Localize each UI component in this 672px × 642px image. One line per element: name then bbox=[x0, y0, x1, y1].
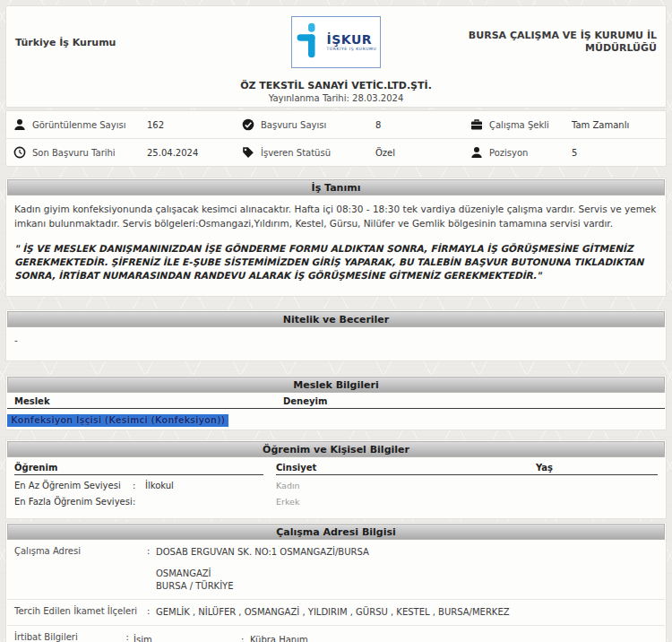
column-header-gender: Cinsiyet bbox=[276, 463, 536, 474]
work-address-row: Çalışma Adresi : DOSAB ERGUVAN SK. NO:1 … bbox=[7, 540, 665, 600]
section-title-address: Çalışma Adresi Bilgisi bbox=[7, 524, 665, 540]
stat-value: 25.04.2024 bbox=[147, 148, 198, 158]
residence-districts-row: Tercih Edilen İkamet İlçeleri : GEMLİK ,… bbox=[7, 600, 665, 626]
section-title-education: Öğrenim ve Kişisel Bilgiler bbox=[7, 441, 665, 457]
colon: : bbox=[133, 494, 145, 510]
stat-position-count: Pozisyon 5 bbox=[463, 139, 666, 166]
user-icon bbox=[470, 146, 483, 159]
stat-view-count: Görüntülenme Sayısı 162 bbox=[6, 111, 235, 138]
job-description-notice: " İŞ VE MESLEK DANIŞMANINIZDAN İŞE GÖNDE… bbox=[7, 235, 665, 296]
colon: : bbox=[126, 632, 134, 642]
column-header-age: Yaş bbox=[536, 463, 553, 474]
column-header-education: Öğrenim bbox=[14, 463, 263, 475]
gender-option-male: Erkek bbox=[276, 494, 658, 510]
section-job-description: İş Tanımı Kadın giyim konfeksiyonunda ça… bbox=[5, 178, 667, 297]
column-header-occupation: Meslek bbox=[14, 396, 283, 406]
page-header: Türkiye İş Kurumu İŞKUR TÜRKİYE İŞ KURUM… bbox=[5, 5, 667, 108]
stat-value: Özel bbox=[375, 148, 395, 158]
residence-districts-label: Tercih Edilen İkamet İlçeleri bbox=[14, 606, 147, 619]
skills-text: - bbox=[7, 327, 665, 360]
education-min-value: İlkokul bbox=[145, 478, 174, 494]
section-occupation: Meslek Bilgileri Meslek Deneyim Konfeksi… bbox=[5, 375, 667, 430]
work-address-line2: OSMANGAZİ bbox=[156, 568, 658, 580]
stats-row: Son Başvuru Tarihi 25.04.2024 İşveren St… bbox=[6, 139, 666, 166]
stat-value: 8 bbox=[375, 120, 381, 130]
section-address: Çalışma Adresi Bilgisi Çalışma Adresi : … bbox=[5, 522, 667, 642]
contact-name-label: İsim bbox=[134, 632, 241, 642]
section-skills: Nitelik ve Beceriler - bbox=[5, 309, 667, 361]
briefcase-icon bbox=[470, 118, 483, 131]
clock-icon bbox=[13, 146, 26, 159]
iskur-logo-subtitle: TÜRKİYE İŞ KURUMU bbox=[326, 48, 376, 52]
iskur-logo: İŞKUR TÜRKİYE İŞ KURUMU bbox=[291, 16, 381, 68]
education-max-label: En Fazla Öğrenim Seviyesi bbox=[14, 494, 133, 510]
check-circle-icon bbox=[242, 118, 254, 131]
stat-value: Tam Zamanlı bbox=[572, 120, 629, 130]
stat-label: Çalışma Şekli bbox=[489, 120, 572, 130]
stat-label: Pozisyon bbox=[489, 148, 572, 158]
column-header-experience: Deneyim bbox=[283, 396, 327, 406]
education-min-row: En Az Öğrenim Seviyesi : İlkokul bbox=[14, 478, 276, 494]
stat-deadline: Son Başvuru Tarihi 25.04.2024 bbox=[6, 139, 235, 166]
colon: : bbox=[147, 606, 156, 619]
stat-work-type: Çalışma Şekli Tam Zamanlı bbox=[463, 111, 666, 138]
stat-value: 162 bbox=[147, 120, 164, 130]
stat-employer-status: İşveren Statüsü Özel bbox=[235, 139, 463, 166]
job-description-text: Kadın giyim konfeksiyonunda çalışacak ke… bbox=[7, 195, 665, 235]
stat-label: Görüntülenme Sayısı bbox=[32, 120, 147, 130]
occupation-link[interactable]: Konfeksiyon İşçisi (Kesimci (Konfeksiyon… bbox=[7, 414, 228, 427]
education-min-label: En Az Öğrenim Seviyesi bbox=[14, 478, 133, 494]
section-title-job-description: İş Tanımı bbox=[7, 179, 665, 195]
colon: : bbox=[133, 478, 145, 494]
stat-value: 5 bbox=[572, 148, 577, 158]
user-icon bbox=[13, 118, 26, 131]
contact-name-line: İsim : Kübra Hanım bbox=[134, 632, 658, 642]
colon: : bbox=[241, 632, 250, 642]
stat-application-count: Başvuru Sayısı 8 bbox=[235, 111, 463, 138]
contact-info-label: İrtibat Bilgileri bbox=[14, 632, 126, 642]
education-max-row: En Fazla Öğrenim Seviyesi : bbox=[14, 494, 276, 510]
iskur-logo-title: İŞKUR bbox=[326, 33, 376, 46]
contact-info-row: İrtibat Bilgileri : İsim : Kübra Hanım Ü… bbox=[7, 626, 665, 642]
stat-label: Başvuru Sayısı bbox=[261, 120, 375, 130]
work-address-label: Çalışma Adresi bbox=[14, 546, 147, 593]
occupation-row: Konfeksiyon İşçisi (Kesimci (Konfeksiyon… bbox=[7, 409, 665, 429]
stats-row: Görüntülenme Sayısı 162 Başvuru Sayısı 8… bbox=[6, 111, 666, 139]
colon: : bbox=[147, 546, 156, 593]
work-address-line3: BURSA / TÜRKİYE bbox=[156, 580, 658, 593]
tag-icon bbox=[242, 146, 254, 159]
work-address-line1: DOSAB ERGUVAN SK. NO:1 OSMANGAZİ/BURSA bbox=[156, 546, 658, 559]
stat-label: Son Başvuru Tarihi bbox=[32, 148, 147, 158]
section-title-skills: Nitelik ve Beceriler bbox=[7, 311, 665, 327]
gender-option-female: Kadın bbox=[276, 478, 658, 494]
provincial-office: BURSA ÇALIŞMA VE İŞ KURUMU İL MÜDÜRLÜĞÜ bbox=[464, 30, 657, 55]
stats-grid: Görüntülenme Sayısı 162 Başvuru Sayısı 8… bbox=[5, 110, 667, 167]
job-posting-page: Türkiye İş Kurumu İŞKUR TÜRKİYE İŞ KURUM… bbox=[0, 0, 672, 642]
contact-name-value: Kübra Hanım bbox=[250, 632, 384, 642]
section-title-occupation: Meslek Bilgileri bbox=[7, 377, 665, 393]
company-name: ÖZ TEKSTİL SANAYİ VETİC.LTD.ŞTİ. bbox=[15, 80, 657, 91]
residence-districts-value: GEMLİK , NİLÜFER , OSMANGAZİ , YILDIRIM … bbox=[156, 606, 658, 619]
section-education: Öğrenim ve Kişisel Bilgiler Öğrenim En A… bbox=[5, 439, 667, 519]
publish-date: Yayınlanma Tarihi: 28.03.2024 bbox=[15, 93, 657, 103]
agency-name: Türkiye İş Kurumu bbox=[15, 37, 208, 48]
stat-label: İşveren Statüsü bbox=[261, 148, 375, 158]
iskur-logo-icon bbox=[295, 21, 322, 64]
